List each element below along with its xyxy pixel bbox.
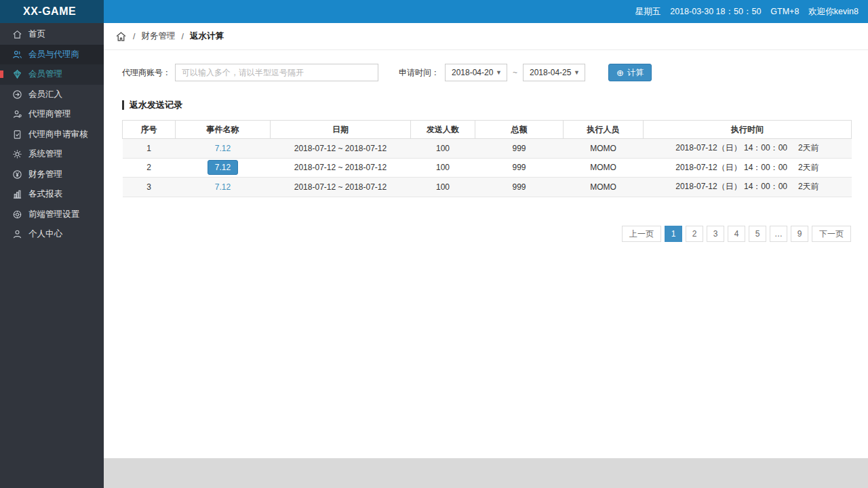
sidebar-item-profile[interactable]: 个人中心 [0,224,104,245]
agent-manage-icon [12,109,22,119]
pagination-prev[interactable]: 上一页 [622,226,661,242]
cell-event: 7.12 [176,158,271,178]
pagination-page-4[interactable]: 4 [728,226,745,242]
pagination-page-1[interactable]: 1 [665,226,682,242]
apply-time-label: 申请时间： [399,67,439,79]
pagination-page-5[interactable]: 5 [749,226,766,242]
event-link[interactable]: 7.12 [215,144,231,153]
breadcrumb: / 财务管理 / 返水计算 [104,23,868,50]
home-icon [12,29,22,39]
col-header-date: 日期 [271,121,411,139]
sidebar-item-label: 会员汇入 [28,89,62,100]
sidebar-item-members-agents[interactable]: 会员与代理商 [0,45,104,65]
cell-date: 2018-07-12 ~ 2018-07-12 [271,178,411,197]
topbar-weekday: 星期五 [635,6,661,18]
pagination-next[interactable]: 下一页 [812,226,851,242]
cell-count: 100 [411,178,475,197]
topbar-datetime: 2018-03-30 18：50：50 [670,6,761,18]
cell-no: 3 [123,178,176,197]
frontend-settings-icon [12,209,22,220]
sidebar-item-label: 代理商管理 [28,108,71,120]
topbar-timezone: GTM+8 [770,7,799,16]
sidebar-item-label: 个人中心 [28,228,62,240]
breadcrumb-separator: / [133,32,135,41]
sidebar-item-label: 首页 [28,28,45,40]
records-table: 序号 事件名称 日期 发送人数 总额 执行人员 执行时间 1 7.12 2018… [122,120,852,197]
sidebar-item-member-manage[interactable]: 会员管理 [0,64,104,85]
cell-no: 1 [123,139,176,159]
date-from-select[interactable]: 2018-04-20 ▼ [445,64,507,81]
cell-operator: MOMO [564,178,644,197]
calculate-button[interactable]: ⊕ 计算 [608,64,652,81]
sidebar-item-reports[interactable]: 各式报表 [0,184,104,205]
alert-notch [0,70,3,78]
pagination-page-9[interactable]: 9 [791,226,808,242]
date-range-separator: ~ [513,68,517,77]
pagination-page-3[interactable]: 3 [707,226,724,242]
cell-event: 7.12 [176,178,271,197]
pagination: 上一页 1 2 3 4 5 … 9 下一页 [122,226,851,242]
sidebar-item-frontend-settings[interactable]: 前端管理设置 [0,205,104,225]
col-header-event: 事件名称 [176,121,271,139]
date-to-value: 2018-04-25 [530,68,571,77]
breadcrumb-home-icon[interactable] [115,30,127,42]
col-header-total: 总额 [475,121,564,139]
table-row: 3 7.12 2018-07-12 ~ 2018-07-12 100 999 M… [123,178,852,197]
cell-operator: MOMO [564,158,644,178]
calculate-button-label: 计算 [627,67,644,79]
cell-event: 7.12 [176,139,271,159]
cell-total: 999 [475,158,564,178]
cell-count: 100 [411,139,475,159]
pagination-ellipsis: … [770,226,787,242]
reports-icon [12,189,22,199]
main-area: / 财务管理 / 返水计算 代理商账号： 申请时间： 2018-04-20 ▼ … [104,23,868,488]
exec-time: 2018-07-12（日） 14：00：00 [675,163,787,172]
cell-count: 100 [411,158,475,178]
sidebar-item-finance-manage[interactable]: 财务管理 [0,165,104,185]
exec-time: 2018-07-12（日） 14：00：00 [675,143,787,152]
app-root: XX-GAME 星期五 2018-03-30 18：50：50 GTM+8 欢迎… [0,0,868,488]
member-manage-icon [12,69,22,79]
app-logo: XX-GAME [0,0,104,23]
agent-account-input[interactable] [175,64,378,81]
exec-time: 2018-07-12（日） 14：00：00 [675,182,787,191]
cell-date: 2018-07-12 ~ 2018-07-12 [271,158,411,178]
table-header: 序号 事件名称 日期 发送人数 总额 执行人员 执行时间 [123,121,852,139]
cell-date: 2018-07-12 ~ 2018-07-12 [271,139,411,159]
table-row: 1 7.12 2018-07-12 ~ 2018-07-12 100 999 M… [123,139,852,159]
sidebar-item-system-manage[interactable]: 系统管理 [0,144,104,165]
event-link[interactable]: 7.12 [215,182,231,192]
sidebar-item-member-import[interactable]: 会员汇入 [0,85,104,105]
sidebar-item-label: 代理商申请审核 [28,129,88,140]
col-header-count: 发送人数 [411,121,475,139]
topbar-welcome[interactable]: 欢迎你kevin8 [808,6,859,18]
finance-icon [12,169,22,180]
profile-icon [12,229,22,239]
breadcrumb-current: 返水计算 [190,30,224,42]
agent-audit-icon [12,129,22,140]
col-header-no: 序号 [123,121,176,139]
date-to-select[interactable]: 2018-04-25 ▼ [523,64,585,81]
content: 代理商账号： 申请时间： 2018-04-20 ▼ ~ 2018-04-25 ▼… [104,50,868,458]
topbar: XX-GAME 星期五 2018-03-30 18：50：50 GTM+8 欢迎… [0,0,868,23]
breadcrumb-finance[interactable]: 财务管理 [141,30,175,42]
section-title: 返水发送记录 [122,99,851,111]
cell-total: 999 [475,139,564,159]
system-icon [12,149,22,159]
members-icon [12,49,22,60]
pagination-page-2[interactable]: 2 [686,226,703,242]
page-footer [104,458,868,488]
member-import-icon [12,89,22,100]
sidebar-item-label: 会员与代理商 [28,49,79,60]
sidebar-item-home[interactable]: 首页 [0,24,104,45]
sidebar-item-label: 各式报表 [28,188,62,200]
cell-exec-time: 2018-07-12（日） 14：00：002天前 [644,158,852,178]
cell-total: 999 [475,178,564,197]
table-row: 2 7.12 2018-07-12 ~ 2018-07-12 100 999 M… [123,158,852,178]
sidebar-item-agent-manage[interactable]: 代理商管理 [0,104,104,125]
cell-exec-time: 2018-07-12（日） 14：00：002天前 [644,139,852,159]
plus-circle-icon: ⊕ [616,68,624,77]
sidebar-item-agent-audit[interactable]: 代理商申请审核 [0,125,104,145]
event-button[interactable]: 7.12 [208,160,238,175]
sidebar-item-label: 系统管理 [28,148,62,160]
